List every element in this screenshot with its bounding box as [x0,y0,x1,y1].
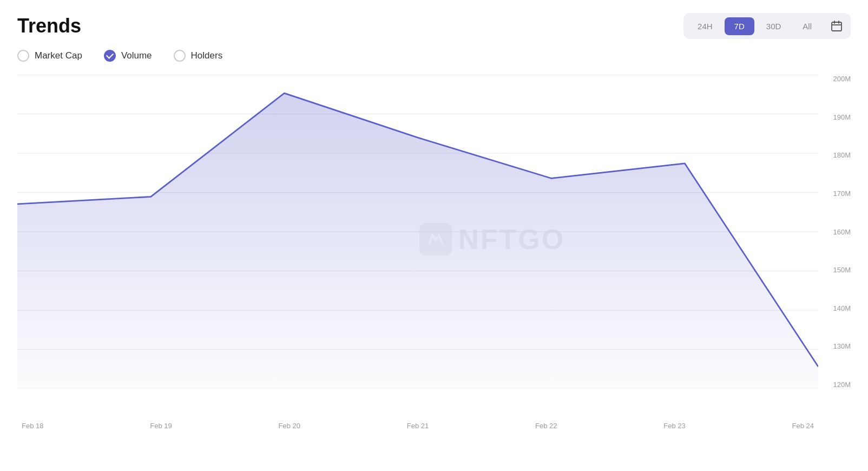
x-label-feb19: Feb 19 [150,422,172,430]
y-label-140m: 140M [833,304,851,312]
time-controls: 24H 7D 30D All [683,13,851,39]
time-btn-all[interactable]: All [793,17,821,35]
x-label-feb20: Feb 20 [279,422,300,430]
svg-rect-0 [832,22,841,31]
page-header: Trends 24H 7D 30D All [17,13,851,39]
calendar-icon[interactable] [827,16,846,36]
legend-label-volume: Volume [121,50,152,61]
legend: Market Cap Volume Holders [17,50,851,62]
y-label-160m: 160M [833,228,851,236]
y-label-130m: 130M [833,342,851,350]
y-label-200m: 200M [833,75,851,83]
legend-check-marketcap [17,50,29,62]
x-label-feb24: Feb 24 [792,422,814,430]
y-label-120m: 120M [833,381,851,389]
time-btn-7d[interactable]: 7D [725,17,754,35]
x-label-feb18: Feb 18 [22,422,43,430]
x-axis: Feb 18 Feb 19 Feb 20 Feb 21 Feb 22 Feb 2… [17,422,818,430]
y-label-150m: 150M [833,266,851,274]
page-title: Trends [17,15,81,37]
x-label-feb22: Feb 22 [535,422,557,430]
legend-check-volume [104,50,116,62]
legend-item-volume[interactable]: Volume [104,50,152,62]
chart-container: NFTGO [17,75,851,443]
legend-item-marketcap[interactable]: Market Cap [17,50,82,62]
time-btn-24h[interactable]: 24H [688,17,722,35]
legend-label-holders: Holders [191,50,223,61]
y-label-190m: 190M [833,113,851,121]
time-btn-30d[interactable]: 30D [757,17,791,35]
x-label-feb21: Feb 21 [407,422,429,430]
legend-label-marketcap: Market Cap [35,50,82,61]
trend-chart [17,75,818,389]
y-label-180m: 180M [833,151,851,159]
y-axis: 200M 190M 180M 170M 160M 150M 140M 130M … [821,75,851,389]
legend-check-holders [174,50,186,62]
y-label-170m: 170M [833,189,851,198]
legend-item-holders[interactable]: Holders [174,50,223,62]
x-label-feb23: Feb 23 [663,422,685,430]
